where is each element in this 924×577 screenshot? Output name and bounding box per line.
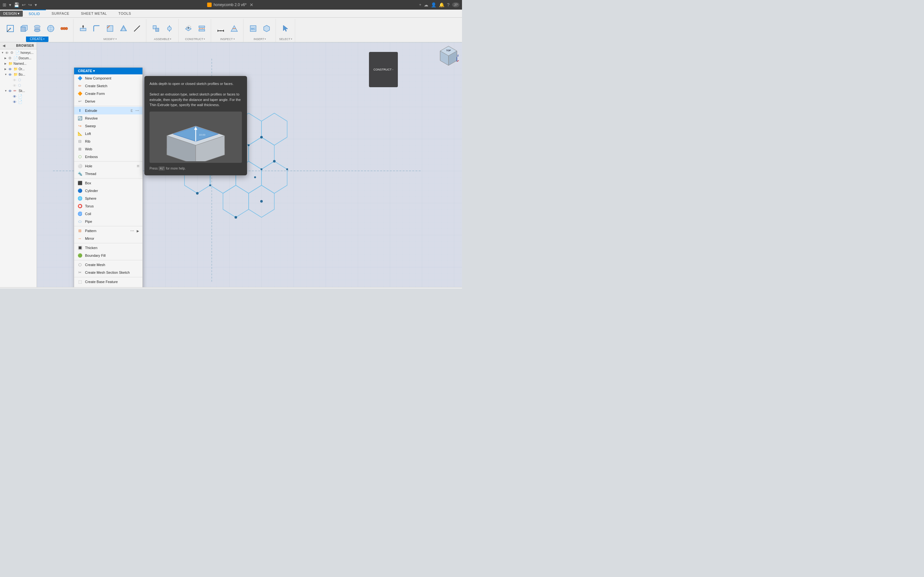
inspect-group-label[interactable]: INSPECT ▾ xyxy=(220,37,234,42)
extrude-more-btn[interactable]: ⋯ xyxy=(136,108,139,113)
tree-item-bodies[interactable]: ▼ 👁 📁 Bo... xyxy=(0,72,37,77)
fillet-button[interactable] xyxy=(90,23,103,34)
user-icon[interactable]: 👤 xyxy=(431,2,436,7)
menu-item-create-mesh[interactable]: ⬡ Create Mesh xyxy=(74,261,142,269)
tree-item-body1[interactable]: 👁 ⬡ xyxy=(0,77,37,83)
thicken-label: Thicken xyxy=(85,246,139,250)
browser-tree: ▼ 👁 ⚙ 📄 honeyc... ▶ ⚙ 📄 Docum... ▶ 📁 Nam… xyxy=(0,49,37,287)
menu-item-torus[interactable]: ⭕ Torus xyxy=(74,202,142,210)
menu-item-thread[interactable]: 🔩 Thread xyxy=(74,170,142,177)
new-component-asm-button[interactable] xyxy=(150,23,162,34)
save-icon[interactable]: 💾 xyxy=(14,2,19,7)
extrude-illustration-svg: 10.00 xyxy=(151,113,241,161)
tree-item-sketch2[interactable]: 👁 📄 xyxy=(0,99,37,105)
help-icon[interactable]: ? xyxy=(447,2,449,7)
user-avatar[interactable]: JP xyxy=(452,2,459,7)
midplane-button[interactable] xyxy=(195,23,208,34)
menu-item-extrude[interactable]: ⬆ Extrude E ⋯ xyxy=(74,107,142,114)
design-mode-button[interactable]: DESIGN ▾ xyxy=(0,11,23,17)
measure-button[interactable] xyxy=(214,23,227,34)
menu-icon[interactable]: ▾ xyxy=(9,2,11,7)
menu-item-mirror[interactable]: ↔ Mirror xyxy=(74,235,142,242)
redo-icon[interactable]: ↪ xyxy=(28,2,32,7)
construct-group-label[interactable]: CONSTRUCT ▾ xyxy=(185,37,205,42)
menu-item-cylinder[interactable]: 🔵 Cylinder xyxy=(74,187,142,195)
pattern-more-btn[interactable]: ⋯ xyxy=(130,229,134,233)
tree-item-body2[interactable]: 👁 ⬡ xyxy=(0,83,37,88)
undo-icon[interactable]: ↩ xyxy=(22,2,26,7)
cloud-icon[interactable]: ☁ xyxy=(424,2,428,7)
coil-label: Coil xyxy=(85,212,139,216)
pattern-icon: ⊞ xyxy=(78,228,82,234)
cylinder-label: Cylinder xyxy=(85,189,139,193)
dropdown-header[interactable]: CREATE ▾ xyxy=(74,68,142,74)
menu-item-create-3d-pcb[interactable]: 🔧 Create 3D PCB xyxy=(74,285,142,287)
insert-group-label[interactable]: INSERT ▾ xyxy=(254,37,266,42)
close-button[interactable]: ✕ xyxy=(248,2,255,7)
shell-button[interactable] xyxy=(117,23,130,34)
menu-item-box[interactable]: ⬛ Box xyxy=(74,179,142,187)
title-bar: ⊞ ▾ 💾 ↩ ↪ ▾ honeycomb 2.0 v6* ✕ + ☁ 👤 🔔 … xyxy=(0,0,462,10)
tree-item-origin[interactable]: ▶ 👁 📁 Or... xyxy=(0,66,37,72)
menu-item-web[interactable]: ⊠ Web xyxy=(74,145,142,153)
offset-plane-button[interactable] xyxy=(182,23,195,34)
sketch-tool-button[interactable] xyxy=(4,23,17,34)
viewport[interactable]: CREATE ▾ 🔷 New Component ✏ Create Sketch xyxy=(37,42,462,287)
chamfer-button[interactable] xyxy=(103,23,116,34)
menu-item-loft[interactable]: 📐 Loft xyxy=(74,130,142,137)
extrude-icon: ⬆ xyxy=(78,108,82,113)
tree-item-sketch1[interactable]: 👁 📄 xyxy=(0,93,37,99)
view-cube[interactable]: TOP X Z xyxy=(438,45,459,66)
create-caret: ▾ xyxy=(43,38,45,40)
tree-item-root[interactable]: ▼ 👁 ⚙ 📄 honeyc... xyxy=(0,50,37,55)
tab-sheet-metal[interactable]: SHEET METAL xyxy=(75,10,113,17)
tree-item-documents[interactable]: ▶ ⚙ 📄 Docum... xyxy=(0,55,37,61)
pattern-tool-button[interactable] xyxy=(58,23,71,34)
sphere-tool-button[interactable] xyxy=(44,23,57,34)
insert-mcmaster-button[interactable]: MC xyxy=(247,23,260,34)
menu-item-pattern[interactable]: ⊞ Pattern ⋯ ▶ xyxy=(74,227,142,235)
cylinder-tool-button[interactable] xyxy=(31,23,44,34)
notifications-icon[interactable]: 🔔 xyxy=(439,2,444,7)
pattern-arrow: ▶ xyxy=(137,229,139,233)
create-mesh-section-label: Create Mesh Section Sketch xyxy=(85,271,139,274)
menu-item-revolve[interactable]: 🔄 Revolve xyxy=(74,114,142,122)
assemble-group-label[interactable]: ASSEMBLE ▾ xyxy=(154,37,172,42)
insert-svg-button[interactable] xyxy=(260,23,273,34)
menu-item-hole[interactable]: ⚪ Hole H xyxy=(74,162,142,170)
construct-tooltip-text: CONSTRUCT - xyxy=(373,68,393,71)
tab-surface[interactable]: SURFACE xyxy=(46,10,75,17)
tree-item-sketches[interactable]: ▼ 👁 ✏ Sk... xyxy=(0,88,37,93)
more-icon[interactable]: ▾ xyxy=(35,2,37,7)
menu-item-rib[interactable]: ⊟ Rib xyxy=(74,137,142,145)
menu-item-sphere[interactable]: 🌐 Sphere xyxy=(74,195,142,202)
select-group-label[interactable]: SELECT ▾ xyxy=(279,37,292,42)
select-button[interactable] xyxy=(279,23,292,34)
scale-button[interactable] xyxy=(131,23,144,34)
tab-tools[interactable]: TOOLS xyxy=(113,10,137,17)
menu-item-thicken[interactable]: 🔳 Thicken xyxy=(74,244,142,251)
box-tool-button[interactable] xyxy=(17,23,30,34)
sidebar-collapse-icon[interactable]: ◀ xyxy=(3,44,5,48)
menu-item-boundary-fill[interactable]: 🟢 Boundary Fill xyxy=(74,251,142,259)
create-group-label[interactable]: CREATE ▾ xyxy=(26,37,48,42)
menu-item-derive[interactable]: ↩ Derive xyxy=(74,97,142,105)
modify-group-label[interactable]: MODIFY ▾ xyxy=(103,37,117,42)
menu-item-coil[interactable]: 🌀 Coil xyxy=(74,210,142,218)
press-pull-button[interactable] xyxy=(77,23,89,34)
menu-item-emboss[interactable]: ⬡ Emboss xyxy=(74,153,142,161)
menu-item-create-mesh-section[interactable]: ✂ Create Mesh Section Sketch xyxy=(74,269,142,276)
menu-item-pipe[interactable]: ⬭ Pipe xyxy=(74,218,142,226)
joint-button[interactable] xyxy=(163,23,176,34)
menu-item-sweep[interactable]: ↪ Sweep xyxy=(74,122,142,130)
menu-item-create-sketch[interactable]: ✏ Create Sketch xyxy=(74,82,142,90)
menu-item-create-form[interactable]: 🔶 Create Form xyxy=(74,90,142,97)
menu-item-create-base-feature[interactable]: ⬚ Create Base Feature xyxy=(74,278,142,285)
sweep-icon: ↪ xyxy=(78,123,82,129)
section-analysis-button[interactable] xyxy=(228,23,241,34)
new-tab-button[interactable]: + xyxy=(419,3,421,7)
menu-item-new-component[interactable]: 🔷 New Component xyxy=(74,74,142,82)
tab-solid[interactable]: SOLID xyxy=(23,10,46,17)
tree-item-namedviews[interactable]: ▶ 📁 Named... xyxy=(0,61,37,66)
grid-icon[interactable]: ⊞ xyxy=(3,2,6,7)
